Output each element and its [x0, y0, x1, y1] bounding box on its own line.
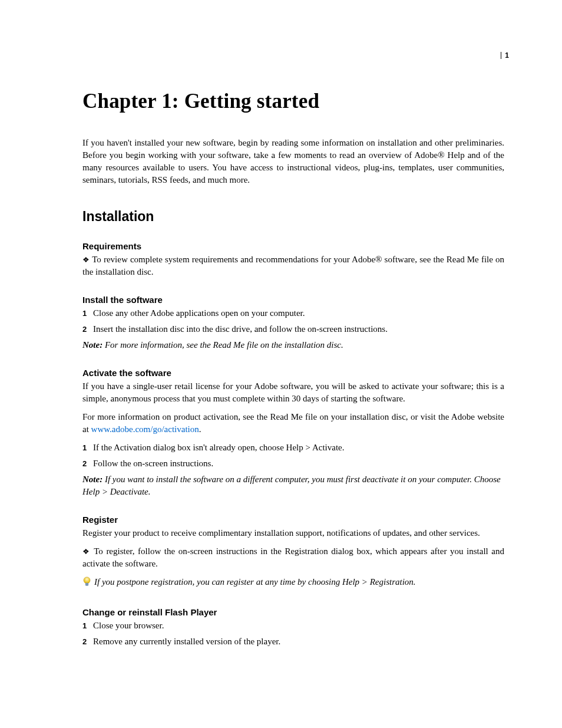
- note-text: For more information, see the Read Me fi…: [103, 340, 343, 350]
- step-text: Insert the installation disc into the di…: [93, 323, 388, 335]
- register-tip: If you postpone registration, you can re…: [82, 576, 504, 591]
- requirements-body: ❖ To review complete system requirements…: [82, 253, 504, 278]
- note-text: If you want to install the software on a…: [82, 475, 501, 496]
- register-bullet-text: To register, follow the on-screen instru…: [82, 546, 504, 568]
- subhead-requirements: Requirements: [82, 241, 504, 251]
- flash-step-1: 1 Close your browser.: [82, 620, 504, 632]
- chapter-title: Chapter 1: Getting started: [82, 90, 504, 113]
- step-text: If the Activation dialog box isn't alrea…: [93, 442, 344, 454]
- install-step-2: 2 Insert the installation disc into the …: [82, 323, 504, 335]
- lightbulb-icon: [82, 576, 94, 591]
- step-number: 2: [82, 635, 93, 648]
- activate-step-1: 1 If the Activation dialog box isn't alr…: [82, 442, 504, 454]
- document-page: 1 Chapter 1: Getting started If you have…: [0, 0, 562, 728]
- activate-p1: If you have a single-user retail license…: [82, 380, 504, 405]
- step-number: 2: [82, 457, 93, 470]
- step-text: Close any other Adobe applications open …: [93, 307, 305, 319]
- intro-paragraph: If you haven't installed your new softwa…: [82, 137, 504, 186]
- activate-p2: For more information on product activati…: [82, 411, 504, 436]
- subhead-register: Register: [82, 515, 504, 525]
- activation-link[interactable]: www.adobe.com/go/activation: [91, 424, 199, 434]
- subhead-flash: Change or reinstall Flash Player: [82, 607, 504, 617]
- svg-point-0: [84, 577, 90, 584]
- install-note: Note: For more information, see the Read…: [82, 339, 504, 351]
- diamond-bullet-icon: ❖: [82, 547, 91, 556]
- step-number: 1: [82, 620, 93, 632]
- subhead-activate: Activate the software: [82, 368, 504, 378]
- activate-step-2: 2 Follow the on-screen instructions.: [82, 457, 504, 470]
- diamond-bullet-icon: ❖: [82, 255, 90, 264]
- flash-step-2: 2 Remove any currently installed version…: [82, 635, 504, 648]
- step-text: Close your browser.: [93, 620, 164, 632]
- note-label: Note:: [82, 475, 103, 484]
- step-text: Follow the on-screen instructions.: [93, 457, 213, 470]
- register-bullet: ❖ To register, follow the on-screen inst…: [82, 545, 504, 570]
- step-number: 1: [82, 442, 93, 454]
- page-number: 1: [501, 52, 509, 59]
- svg-rect-1: [85, 583, 88, 586]
- step-number: 1: [82, 307, 93, 319]
- step-number: 2: [82, 323, 93, 335]
- activate-note: Note: If you want to install the softwar…: [82, 473, 504, 498]
- install-step-1: 1 Close any other Adobe applications ope…: [82, 307, 504, 319]
- requirements-text: To review complete system requirements a…: [82, 255, 504, 276]
- subhead-install: Install the software: [82, 295, 504, 305]
- step-text: Remove any currently installed version o…: [93, 635, 280, 648]
- section-heading-installation: Installation: [82, 209, 504, 225]
- register-p1: Register your product to receive complim…: [82, 527, 504, 539]
- tip-text: If you postpone registration, you can re…: [94, 576, 416, 588]
- note-label: Note:: [82, 340, 103, 350]
- activate-p2b: .: [199, 424, 201, 434]
